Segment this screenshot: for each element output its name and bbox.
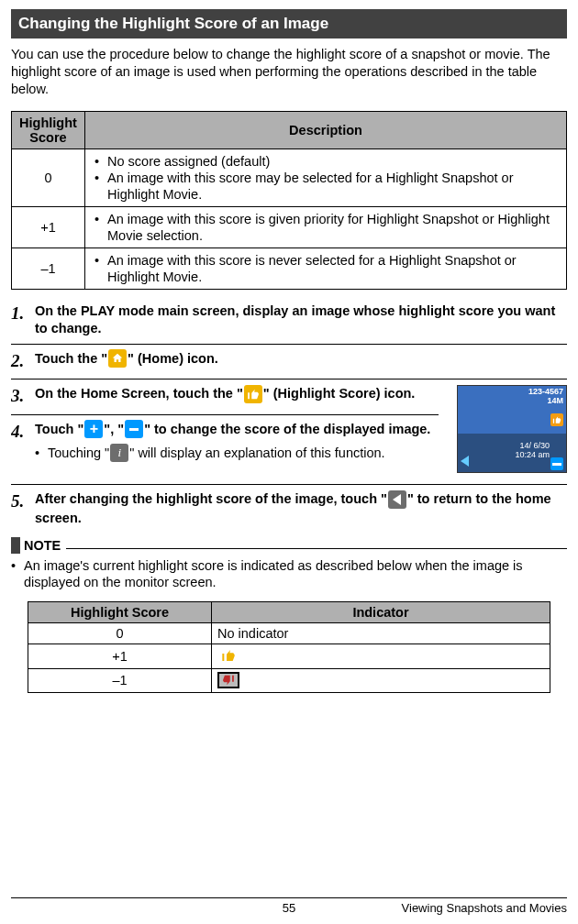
step-sub-note: Touching "i" will display an explanation… bbox=[35, 445, 567, 463]
minus-icon bbox=[125, 420, 143, 438]
info-icon: i bbox=[110, 444, 128, 462]
step-text-part: Touch the " bbox=[35, 351, 107, 366]
note-marker-icon bbox=[11, 537, 20, 554]
indicator-cell bbox=[212, 644, 550, 668]
table-row: –1 An image with this score is never sel… bbox=[12, 248, 567, 290]
col-header-desc: Description bbox=[85, 111, 567, 148]
step-number: 5. bbox=[11, 490, 29, 512]
step-5: 5. After changing the highlight score of… bbox=[11, 490, 567, 525]
step-text-part: " (Highlight Score) icon. bbox=[263, 386, 416, 401]
table-row: +1 An image with this score is given pri… bbox=[12, 206, 567, 248]
thumb-up-icon bbox=[217, 647, 239, 664]
desc-cell: No score assigned (default) An image wit… bbox=[85, 148, 567, 206]
desc-cell: An image with this score is given priori… bbox=[85, 206, 567, 248]
desc-item: An image with this score is given priori… bbox=[94, 211, 561, 244]
desc-item: No score assigned (default) bbox=[94, 153, 561, 170]
step-text-part: Touch " bbox=[35, 422, 83, 436]
step-number: 1. bbox=[11, 302, 29, 324]
home-icon bbox=[108, 349, 127, 368]
sub-text-part: Touching " bbox=[48, 446, 109, 460]
step-text-part: " (Home) icon. bbox=[128, 351, 218, 366]
back-arrow-icon bbox=[388, 490, 406, 509]
step-number: 3. bbox=[11, 385, 29, 407]
thumb-down-icon bbox=[217, 672, 239, 688]
table-row: 0 No indicator bbox=[28, 622, 550, 644]
step-text: After changing the highlight score of th… bbox=[35, 490, 567, 525]
separator bbox=[11, 379, 567, 380]
plus-icon: + bbox=[84, 420, 103, 438]
score-cell: –1 bbox=[28, 668, 212, 692]
step-text: On the Home Screen, touch the "" (Highli… bbox=[35, 385, 448, 403]
preview-res: 14M bbox=[528, 397, 563, 406]
table-row: +1 bbox=[28, 644, 550, 668]
desc-item: An image with this score is never select… bbox=[94, 252, 561, 285]
score-cell: –1 bbox=[12, 248, 85, 290]
step-text: Touch "+", "" to change the score of the… bbox=[35, 421, 448, 439]
indicator-cell bbox=[212, 668, 550, 692]
table-row: 0 No score assigned (default) An image w… bbox=[12, 148, 567, 206]
step-number: 4. bbox=[11, 421, 29, 443]
indicator-table: Highlight Score Indicator 0 No indicator… bbox=[28, 601, 550, 693]
thumb-up-badge-icon bbox=[550, 413, 563, 426]
section-heading: Changing the Highlight Score of an Image bbox=[11, 9, 567, 38]
step-text-part: After changing the highlight score of th… bbox=[35, 491, 387, 506]
col-header-score: Highlight Score bbox=[12, 111, 85, 148]
desc-item: An image with this score may be selected… bbox=[94, 170, 561, 203]
step-text: Touch the "" (Home) icon. bbox=[35, 350, 567, 368]
step-text-part: " to change the score of the displayed i… bbox=[144, 422, 430, 436]
intro-paragraph: You can use the procedure below to chang… bbox=[11, 46, 567, 98]
score-cell: 0 bbox=[28, 622, 212, 644]
note-section: NOTE An image's current highlight score … bbox=[11, 537, 567, 590]
page-number: 55 bbox=[283, 901, 295, 915]
score-cell: +1 bbox=[28, 644, 212, 668]
col-header-indicator: Indicator bbox=[212, 601, 550, 622]
step-number: 2. bbox=[11, 350, 29, 372]
step-1: 1. On the PLAY mode main screen, display… bbox=[11, 302, 567, 336]
separator bbox=[11, 414, 439, 415]
step-text-part: ", " bbox=[104, 422, 124, 436]
table-row: –1 bbox=[28, 668, 550, 692]
step-text-part: On the Home Screen, touch the " bbox=[35, 386, 243, 401]
highlight-score-icon bbox=[244, 385, 262, 402]
highlight-score-description-table: Highlight Score Description 0 No score a… bbox=[11, 111, 567, 291]
col-header-score: Highlight Score bbox=[28, 601, 212, 622]
note-rule bbox=[66, 541, 567, 549]
score-cell: 0 bbox=[12, 148, 85, 206]
section-name: Viewing Snapshots and Movies bbox=[402, 901, 567, 915]
separator bbox=[11, 344, 567, 345]
note-label: NOTE bbox=[24, 538, 61, 553]
desc-cell: An image with this score is never select… bbox=[85, 248, 567, 290]
separator bbox=[11, 484, 567, 485]
step-text: On the PLAY mode main screen, display an… bbox=[35, 302, 567, 336]
note-body: An image's current highlight score is in… bbox=[11, 557, 567, 590]
indicator-cell: No indicator bbox=[212, 622, 550, 644]
step-2: 2. Touch the "" (Home) icon. bbox=[11, 350, 567, 372]
page-footer: 55 Viewing Snapshots and Movies bbox=[0, 897, 578, 915]
score-cell: +1 bbox=[12, 206, 85, 248]
sub-text-part: " will display an explanation of this fu… bbox=[129, 446, 384, 460]
